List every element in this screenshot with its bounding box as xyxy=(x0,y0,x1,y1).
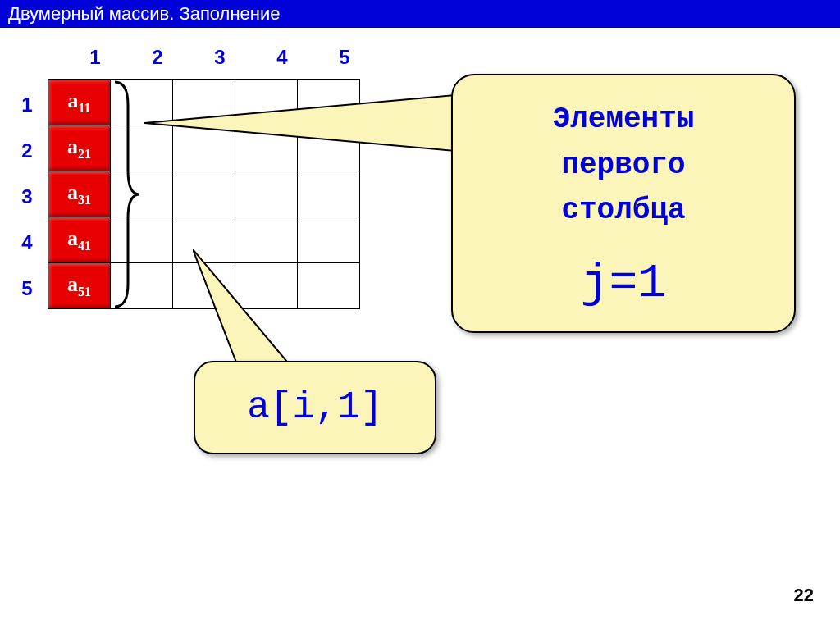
cell-empty xyxy=(298,80,360,125)
cell-a11: a11 xyxy=(48,80,111,125)
cell-a41: a41 xyxy=(48,217,111,263)
col-header: 5 xyxy=(313,46,376,69)
cell-a21: a21 xyxy=(48,125,111,171)
cell-empty xyxy=(111,217,173,263)
page-number: 22 xyxy=(794,585,814,606)
callout-line: столбца xyxy=(553,188,695,234)
col-header: 1 xyxy=(64,46,126,69)
cell-a51: a51 xyxy=(48,263,111,309)
cell-empty xyxy=(235,217,298,263)
row-headers: 1 2 3 4 5 xyxy=(15,82,39,312)
cell-empty xyxy=(111,263,173,309)
cell-empty xyxy=(111,171,173,217)
cell-empty xyxy=(298,217,360,263)
callout-line: первого xyxy=(553,143,695,189)
cell-a31: a31 xyxy=(48,171,111,217)
cell-empty xyxy=(173,217,235,263)
slide-title: Двумерный массив. Заполнение xyxy=(0,0,840,28)
callout-equation: j=1 xyxy=(581,257,666,310)
row-header: 2 xyxy=(15,128,39,174)
row-header: 3 xyxy=(15,174,39,220)
cell-empty xyxy=(235,125,298,171)
cell-empty xyxy=(298,171,360,217)
cell-empty xyxy=(298,125,360,171)
row-header: 1 xyxy=(15,82,39,128)
callout-text: Элементы первого столбца xyxy=(553,97,695,234)
row-header: 5 xyxy=(15,266,39,312)
callout-array-notation: a[i,1] xyxy=(194,361,436,454)
cell-empty xyxy=(298,263,360,309)
callout-line: Элементы xyxy=(553,97,695,143)
col-header: 4 xyxy=(251,46,313,69)
title-text: Двумерный массив. Заполнение xyxy=(8,3,280,25)
callout-elements-first-column: Элементы первого столбца j=1 xyxy=(451,74,796,333)
cell-empty xyxy=(235,80,298,125)
column-headers: 1 2 3 4 5 xyxy=(64,46,376,69)
cell-empty xyxy=(173,125,235,171)
array-grid: a11 a21 a31 a41 a51 xyxy=(48,79,360,309)
cell-empty xyxy=(235,263,298,309)
col-header: 3 xyxy=(189,46,251,69)
cell-empty xyxy=(173,80,235,125)
cell-empty xyxy=(173,171,235,217)
cell-empty xyxy=(111,80,173,125)
col-header: 2 xyxy=(126,46,189,69)
cell-empty xyxy=(235,171,298,217)
cell-empty xyxy=(111,125,173,171)
row-header: 4 xyxy=(15,220,39,266)
slide-body: 1 2 3 4 5 1 2 3 4 5 a11 a21 a31 a41 a51 xyxy=(0,28,840,629)
cell-empty xyxy=(173,263,235,309)
callout-code-text: a[i,1] xyxy=(247,386,383,429)
